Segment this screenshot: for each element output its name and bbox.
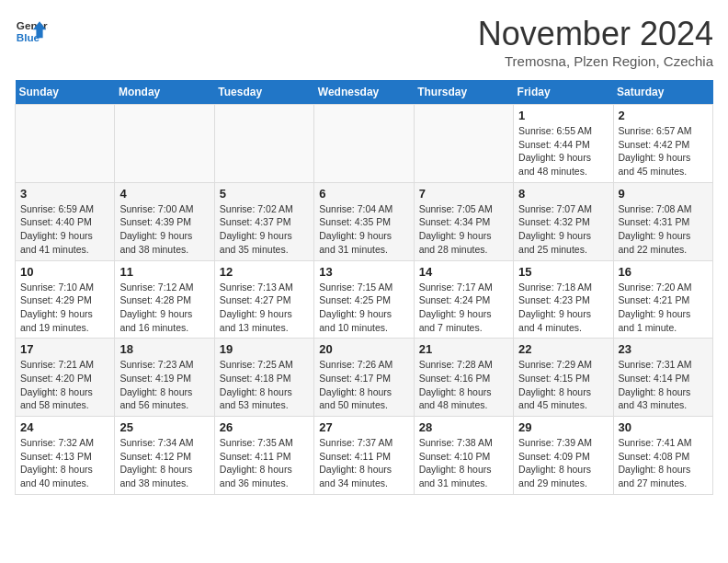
- day-number: 8: [518, 187, 608, 201]
- calendar-cell: 12Sunrise: 7:13 AM Sunset: 4:27 PM Dayli…: [214, 260, 313, 339]
- calendar-cell: 15Sunrise: 7:18 AM Sunset: 4:23 PM Dayli…: [514, 260, 613, 339]
- day-number: 18: [119, 342, 209, 356]
- day-number: 15: [518, 265, 608, 279]
- day-detail: Sunrise: 7:32 AM Sunset: 4:13 PM Dayligh…: [20, 436, 109, 490]
- day-number: 7: [419, 187, 508, 201]
- day-number: 2: [619, 109, 708, 122]
- day-detail: Sunrise: 7:07 AM Sunset: 4:32 PM Dayligh…: [518, 202, 608, 257]
- calendar-cell: 18Sunrise: 7:23 AM Sunset: 4:19 PM Dayli…: [115, 339, 214, 417]
- day-detail: Sunrise: 7:00 AM Sunset: 4:39 PM Dayligh…: [119, 202, 209, 257]
- calendar-cell: 21Sunrise: 7:28 AM Sunset: 4:16 PM Dayli…: [414, 339, 513, 417]
- day-number: 3: [20, 187, 109, 201]
- day-detail: Sunrise: 7:21 AM Sunset: 4:20 PM Dayligh…: [20, 358, 109, 412]
- day-detail: Sunrise: 6:57 AM Sunset: 4:42 PM Dayligh…: [619, 124, 708, 178]
- calendar-cell: 9Sunrise: 7:08 AM Sunset: 4:31 PM Daylig…: [613, 182, 712, 260]
- calendar-cell: 25Sunrise: 7:34 AM Sunset: 4:12 PM Dayli…: [115, 417, 214, 495]
- day-number: 10: [20, 265, 109, 279]
- calendar-cell: 4Sunrise: 7:00 AM Sunset: 4:39 PM Daylig…: [115, 182, 214, 260]
- day-number: 22: [518, 342, 608, 356]
- day-detail: Sunrise: 7:13 AM Sunset: 4:27 PM Dayligh…: [220, 281, 309, 335]
- calendar-cell: 28Sunrise: 7:38 AM Sunset: 4:10 PM Dayli…: [414, 417, 513, 495]
- day-number: 11: [119, 265, 209, 279]
- day-detail: Sunrise: 7:35 AM Sunset: 4:11 PM Dayligh…: [220, 436, 309, 490]
- day-detail: Sunrise: 7:05 AM Sunset: 4:34 PM Dayligh…: [419, 202, 508, 257]
- calendar-cell: [414, 105, 513, 183]
- day-detail: Sunrise: 7:12 AM Sunset: 4:28 PM Dayligh…: [119, 281, 209, 335]
- calendar-cell: 3Sunrise: 6:59 AM Sunset: 4:40 PM Daylig…: [16, 182, 115, 260]
- day-detail: Sunrise: 7:04 AM Sunset: 4:35 PM Dayligh…: [319, 202, 408, 257]
- calendar-cell: [314, 105, 414, 183]
- calendar-table: SundayMondayTuesdayWednesdayThursdayFrid…: [15, 80, 713, 495]
- month-title: November 2024: [478, 15, 713, 53]
- calendar-cell: 11Sunrise: 7:12 AM Sunset: 4:28 PM Dayli…: [115, 260, 214, 339]
- day-detail: Sunrise: 7:39 AM Sunset: 4:09 PM Dayligh…: [518, 436, 608, 490]
- calendar-cell: 10Sunrise: 7:10 AM Sunset: 4:29 PM Dayli…: [16, 260, 115, 339]
- day-detail: Sunrise: 7:28 AM Sunset: 4:16 PM Dayligh…: [419, 358, 508, 412]
- day-detail: Sunrise: 7:10 AM Sunset: 4:29 PM Dayligh…: [20, 281, 109, 335]
- calendar-week-3: 10Sunrise: 7:10 AM Sunset: 4:29 PM Dayli…: [16, 260, 713, 339]
- day-number: 26: [220, 420, 309, 434]
- day-detail: Sunrise: 7:41 AM Sunset: 4:08 PM Dayligh…: [619, 436, 708, 490]
- day-detail: Sunrise: 6:59 AM Sunset: 4:40 PM Dayligh…: [20, 202, 109, 257]
- day-detail: Sunrise: 7:37 AM Sunset: 4:11 PM Dayligh…: [319, 436, 408, 490]
- calendar-week-4: 17Sunrise: 7:21 AM Sunset: 4:20 PM Dayli…: [16, 339, 713, 417]
- calendar-body: 1Sunrise: 6:55 AM Sunset: 4:44 PM Daylig…: [16, 105, 713, 495]
- day-detail: Sunrise: 7:02 AM Sunset: 4:37 PM Dayligh…: [220, 202, 309, 257]
- calendar-cell: 30Sunrise: 7:41 AM Sunset: 4:08 PM Dayli…: [613, 417, 712, 495]
- col-header-sunday: Sunday: [16, 80, 115, 105]
- col-header-friday: Friday: [514, 80, 613, 105]
- col-header-saturday: Saturday: [613, 80, 712, 105]
- calendar-cell: 23Sunrise: 7:31 AM Sunset: 4:14 PM Dayli…: [613, 339, 712, 417]
- day-detail: Sunrise: 7:15 AM Sunset: 4:25 PM Dayligh…: [319, 281, 408, 335]
- day-number: 28: [419, 420, 508, 434]
- calendar-week-5: 24Sunrise: 7:32 AM Sunset: 4:13 PM Dayli…: [16, 417, 713, 495]
- day-number: 1: [518, 109, 608, 122]
- calendar-cell: 24Sunrise: 7:32 AM Sunset: 4:13 PM Dayli…: [16, 417, 115, 495]
- day-number: 29: [518, 420, 608, 434]
- header: General Blue November 2024 Tremosna, Plz…: [15, 15, 713, 69]
- calendar-week-1: 1Sunrise: 6:55 AM Sunset: 4:44 PM Daylig…: [16, 105, 713, 183]
- day-number: 17: [20, 342, 109, 356]
- day-detail: Sunrise: 7:31 AM Sunset: 4:14 PM Dayligh…: [619, 358, 708, 412]
- calendar-cell: 6Sunrise: 7:04 AM Sunset: 4:35 PM Daylig…: [314, 182, 414, 260]
- calendar-cell: 22Sunrise: 7:29 AM Sunset: 4:15 PM Dayli…: [514, 339, 613, 417]
- day-number: 13: [319, 265, 408, 279]
- calendar-cell: [214, 105, 313, 183]
- calendar-cell: 8Sunrise: 7:07 AM Sunset: 4:32 PM Daylig…: [514, 182, 613, 260]
- day-number: 6: [319, 187, 408, 201]
- day-number: 12: [220, 265, 309, 279]
- calendar-cell: 17Sunrise: 7:21 AM Sunset: 4:20 PM Dayli…: [16, 339, 115, 417]
- calendar-header-row: SundayMondayTuesdayWednesdayThursdayFrid…: [16, 80, 713, 105]
- day-detail: Sunrise: 7:26 AM Sunset: 4:17 PM Dayligh…: [319, 358, 408, 412]
- calendar-cell: 13Sunrise: 7:15 AM Sunset: 4:25 PM Dayli…: [314, 260, 414, 339]
- location-title: Tremosna, Plzen Region, Czechia: [478, 53, 713, 69]
- day-detail: Sunrise: 7:23 AM Sunset: 4:19 PM Dayligh…: [119, 358, 209, 412]
- calendar-cell: 27Sunrise: 7:37 AM Sunset: 4:11 PM Dayli…: [314, 417, 414, 495]
- day-number: 19: [220, 342, 309, 356]
- col-header-tuesday: Tuesday: [214, 80, 313, 105]
- day-detail: Sunrise: 7:29 AM Sunset: 4:15 PM Dayligh…: [518, 358, 608, 412]
- title-area: November 2024 Tremosna, Plzen Region, Cz…: [478, 15, 713, 69]
- calendar-cell: 14Sunrise: 7:17 AM Sunset: 4:24 PM Dayli…: [414, 260, 513, 339]
- calendar-cell: 26Sunrise: 7:35 AM Sunset: 4:11 PM Dayli…: [214, 417, 313, 495]
- day-number: 9: [619, 187, 708, 201]
- col-header-wednesday: Wednesday: [314, 80, 414, 105]
- day-number: 20: [319, 342, 408, 356]
- day-detail: Sunrise: 7:38 AM Sunset: 4:10 PM Dayligh…: [419, 436, 508, 490]
- svg-text:General: General: [17, 19, 48, 31]
- day-number: 21: [419, 342, 508, 356]
- day-detail: Sunrise: 7:34 AM Sunset: 4:12 PM Dayligh…: [119, 436, 209, 490]
- day-number: 5: [220, 187, 309, 201]
- day-detail: Sunrise: 7:20 AM Sunset: 4:21 PM Dayligh…: [619, 281, 708, 335]
- day-number: 4: [119, 187, 209, 201]
- calendar-cell: 2Sunrise: 6:57 AM Sunset: 4:42 PM Daylig…: [613, 105, 712, 183]
- day-number: 25: [119, 420, 209, 434]
- calendar-cell: [115, 105, 214, 183]
- calendar-cell: 29Sunrise: 7:39 AM Sunset: 4:09 PM Dayli…: [514, 417, 613, 495]
- day-number: 30: [619, 420, 708, 434]
- calendar-cell: 16Sunrise: 7:20 AM Sunset: 4:21 PM Dayli…: [613, 260, 712, 339]
- calendar-cell: 7Sunrise: 7:05 AM Sunset: 4:34 PM Daylig…: [414, 182, 513, 260]
- logo-icon: General Blue: [15, 15, 48, 48]
- calendar-cell: [16, 105, 115, 183]
- day-number: 24: [20, 420, 109, 434]
